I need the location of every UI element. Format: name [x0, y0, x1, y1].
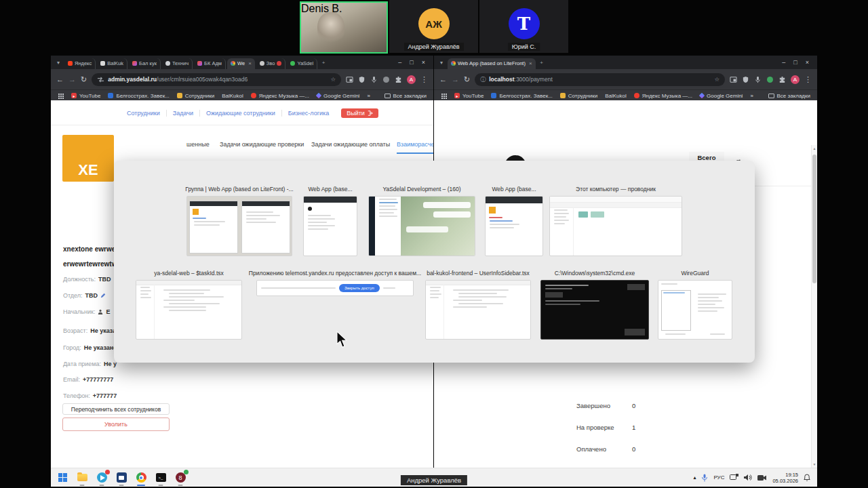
edit-pencil-icon[interactable]: [100, 293, 106, 298]
back-icon[interactable]: ←: [439, 76, 447, 83]
tab-completed[interactable]: шенные: [186, 141, 210, 148]
tab-awaiting-payment[interactable]: Задачи ожидающие оплаты: [311, 141, 390, 148]
nav-link-pending-employees[interactable]: Ожидающие сотрудники: [206, 110, 282, 117]
scroll-up-icon[interactable]: ▲: [812, 146, 817, 150]
task-thumbnail[interactable]: Группа | Web App (based on LiteFront) -.…: [186, 196, 292, 256]
reload-icon[interactable]: ↻: [81, 76, 87, 83]
tab-awaiting-review[interactable]: Задачи ожидающие проверки: [220, 141, 304, 148]
bookmark-item[interactable]: ▸YouTube: [71, 93, 100, 99]
address-bar[interactable]: ⓘ localhost:3000/payment ☆: [475, 73, 725, 86]
profile-avatar[interactable]: A: [791, 75, 800, 84]
network-display-icon[interactable]: [730, 474, 738, 481]
telegram-icon[interactable]: [95, 470, 108, 486]
shield-icon[interactable]: [358, 76, 366, 83]
nav-link-tasks[interactable]: Задачи: [173, 110, 200, 117]
close-button[interactable]: ×: [806, 59, 809, 66]
profile-avatar[interactable]: A: [407, 75, 416, 84]
mic-icon[interactable]: [370, 76, 378, 83]
bookmark-item[interactable]: Белгосстрах. Завек...: [491, 93, 552, 99]
bookmark-star-icon[interactable]: ☆: [330, 76, 336, 83]
logout-button[interactable]: Выйти: [341, 108, 378, 118]
recorder-icon[interactable]: [382, 76, 390, 83]
bookmark-item[interactable]: BalKukol: [222, 93, 243, 99]
new-tab-button[interactable]: +: [537, 60, 547, 66]
apps-grid-icon[interactable]: [441, 93, 447, 99]
extensions-icon[interactable]: [395, 76, 402, 83]
terminal-icon[interactable]: >_: [154, 470, 167, 486]
messenger-icon[interactable]: [115, 470, 128, 486]
scroll-down-icon[interactable]: ▼: [812, 462, 817, 466]
bookmark-item[interactable]: BalKukol: [605, 93, 627, 99]
browser-tab-active[interactable]: Web App (based on LiteFront) ×: [448, 58, 536, 69]
bookmark-item[interactable]: Сотрудники: [177, 93, 214, 99]
bookmarks-overflow-icon[interactable]: »: [750, 93, 753, 99]
close-access-button[interactable]: Закрыть доступ: [339, 284, 380, 292]
bookmarks-overflow-icon[interactable]: »: [367, 93, 370, 99]
task-thumbnail[interactable]: Web App (base...: [303, 196, 357, 256]
nav-link-business-logic[interactable]: Бизнес-логика: [288, 110, 335, 117]
maximize-button[interactable]: □: [793, 59, 797, 66]
browser-tab[interactable]: Бал кук: [129, 58, 161, 69]
info-icon[interactable]: ⓘ: [480, 76, 486, 83]
chrome-icon[interactable]: [134, 470, 148, 486]
forward-icon[interactable]: →: [452, 76, 459, 83]
scrollbar[interactable]: ▲ ▼: [811, 145, 817, 468]
minimize-button[interactable]: –: [782, 59, 785, 66]
bookmark-item[interactable]: Google Gemini: [317, 93, 359, 99]
all-bookmarks-button[interactable]: Все закладки: [768, 93, 810, 99]
apps-grid-icon[interactable]: [58, 93, 64, 99]
language-indicator[interactable]: РУС: [713, 474, 724, 481]
tab-settlements[interactable]: Взаиморасчеты: [397, 141, 433, 154]
tray-chevron-icon[interactable]: ▴: [693, 474, 696, 481]
browser-tab[interactable]: Яндекс: [64, 58, 96, 69]
close-button[interactable]: ×: [422, 59, 425, 66]
task-thumbnail[interactable]: Приложению telemost.yandex.ru предоставл…: [256, 280, 414, 296]
bookmark-item[interactable]: Белгосстрах. Завек...: [108, 93, 169, 99]
app-8-icon[interactable]: 8: [174, 470, 187, 486]
browser-tab[interactable]: Технич: [162, 58, 193, 69]
task-thumbnail[interactable]: Этот компьютер — проводник: [549, 196, 682, 256]
bookmark-star-icon[interactable]: ☆: [714, 76, 719, 83]
participant-tile[interactable]: T Юрий С.: [479, 0, 568, 53]
reassign-employees-button[interactable]: Переподчинить всех сотрудников: [62, 403, 170, 415]
bookmark-item[interactable]: Сотрудники: [560, 93, 597, 99]
task-thumbnail[interactable]: Web App (base...: [485, 196, 543, 256]
extensions-icon[interactable]: [778, 76, 786, 83]
file-explorer-icon[interactable]: [75, 470, 89, 486]
participant-tile[interactable]: АЖ Андрей Журавлёв: [389, 0, 478, 53]
shield-icon[interactable]: [742, 76, 749, 83]
tab-organizer-icon[interactable]: [730, 76, 737, 83]
notification-bell-icon[interactable]: [804, 474, 810, 481]
speaker-icon[interactable]: [744, 474, 752, 481]
browser-tab[interactable]: БК Адм: [194, 58, 226, 69]
participant-tile-active[interactable]: Denis B.: [300, 1, 388, 54]
bookmark-item[interactable]: ▸YouTube: [454, 93, 484, 99]
bookmark-item[interactable]: Яндекс Музыка —...: [251, 93, 309, 99]
bookmark-item[interactable]: Google Gemini: [700, 93, 743, 99]
tab-search-icon[interactable]: ▾: [54, 60, 63, 66]
all-bookmarks-button[interactable]: Все закладки: [384, 93, 427, 99]
scrollbar-thumb[interactable]: [812, 155, 816, 283]
mic-icon[interactable]: [754, 76, 762, 83]
tab-organizer-icon[interactable]: [346, 76, 353, 83]
tray-mic-icon[interactable]: [701, 474, 708, 482]
clock[interactable]: 19:15 05.03.2026: [772, 472, 798, 484]
menu-kebab-icon[interactable]: ⋮: [804, 76, 812, 83]
task-thumbnail[interactable]: WireGuard: [658, 280, 732, 340]
recorder-icon[interactable]: [766, 76, 774, 83]
tab-search-icon[interactable]: ▾: [437, 60, 446, 66]
browser-tab[interactable]: YaSdel: [287, 58, 317, 69]
task-thumbnail[interactable]: C:\Windows\system32\cmd.exe: [540, 280, 649, 340]
browser-tab-active[interactable]: We×: [227, 58, 255, 69]
task-thumbnail[interactable]: bal-kukol-frontend – UserInfoSidebar.tsx: [425, 280, 531, 340]
close-tab-icon[interactable]: ×: [529, 60, 532, 66]
browser-tab[interactable]: BalKuk: [97, 58, 127, 69]
task-thumbnail[interactable]: ya-sdelal-web – $taskId.tsx: [136, 280, 242, 340]
maximize-button[interactable]: □: [410, 59, 413, 66]
bookmark-item[interactable]: Яндекс Музыка —...: [634, 93, 692, 99]
reload-icon[interactable]: ↻: [464, 76, 470, 83]
tray-camera-icon[interactable]: [757, 474, 767, 481]
fire-button[interactable]: Уволить: [62, 418, 170, 431]
forward-icon[interactable]: →: [68, 76, 76, 83]
browser-tab[interactable]: Зво: [256, 58, 286, 69]
